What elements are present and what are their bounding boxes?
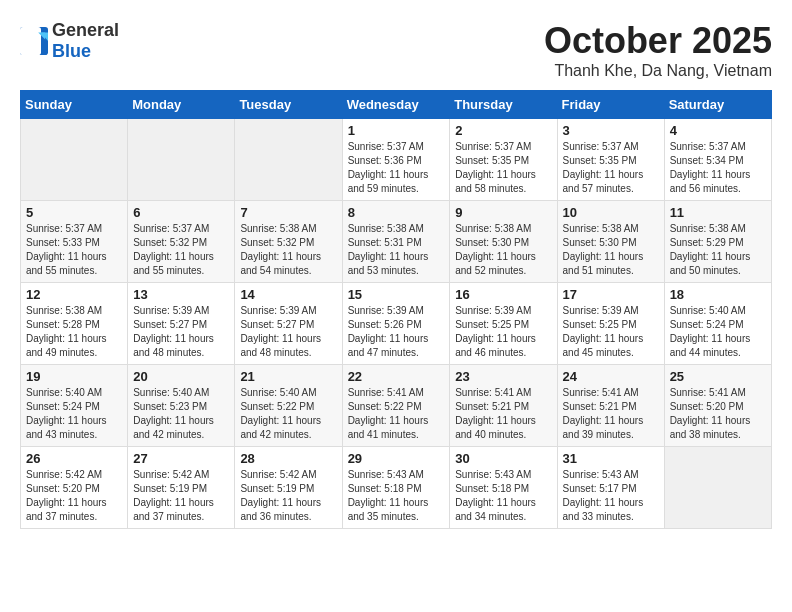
calendar-cell: 8Sunrise: 5:38 AM Sunset: 5:31 PM Daylig… bbox=[342, 201, 450, 283]
calendar-cell bbox=[235, 119, 342, 201]
calendar-cell: 10Sunrise: 5:38 AM Sunset: 5:30 PM Dayli… bbox=[557, 201, 664, 283]
logo-icon bbox=[20, 27, 48, 55]
day-of-week-header: Friday bbox=[557, 91, 664, 119]
day-number: 21 bbox=[240, 369, 336, 384]
day-of-week-header: Saturday bbox=[664, 91, 771, 119]
day-info: Sunrise: 5:38 AM Sunset: 5:31 PM Dayligh… bbox=[348, 222, 445, 278]
day-number: 3 bbox=[563, 123, 659, 138]
day-number: 11 bbox=[670, 205, 766, 220]
calendar-cell: 7Sunrise: 5:38 AM Sunset: 5:32 PM Daylig… bbox=[235, 201, 342, 283]
calendar-week-row: 12Sunrise: 5:38 AM Sunset: 5:28 PM Dayli… bbox=[21, 283, 772, 365]
day-info: Sunrise: 5:41 AM Sunset: 5:21 PM Dayligh… bbox=[563, 386, 659, 442]
day-number: 8 bbox=[348, 205, 445, 220]
day-info: Sunrise: 5:38 AM Sunset: 5:30 PM Dayligh… bbox=[563, 222, 659, 278]
page-header: General Blue October 2025 Thanh Khe, Da … bbox=[20, 20, 772, 80]
day-info: Sunrise: 5:40 AM Sunset: 5:22 PM Dayligh… bbox=[240, 386, 336, 442]
day-info: Sunrise: 5:43 AM Sunset: 5:18 PM Dayligh… bbox=[455, 468, 551, 524]
calendar-cell: 28Sunrise: 5:42 AM Sunset: 5:19 PM Dayli… bbox=[235, 447, 342, 529]
day-info: Sunrise: 5:37 AM Sunset: 5:34 PM Dayligh… bbox=[670, 140, 766, 196]
day-info: Sunrise: 5:40 AM Sunset: 5:23 PM Dayligh… bbox=[133, 386, 229, 442]
calendar-week-row: 19Sunrise: 5:40 AM Sunset: 5:24 PM Dayli… bbox=[21, 365, 772, 447]
calendar-cell: 14Sunrise: 5:39 AM Sunset: 5:27 PM Dayli… bbox=[235, 283, 342, 365]
day-number: 12 bbox=[26, 287, 122, 302]
calendar-cell: 2Sunrise: 5:37 AM Sunset: 5:35 PM Daylig… bbox=[450, 119, 557, 201]
day-number: 30 bbox=[455, 451, 551, 466]
calendar-cell: 30Sunrise: 5:43 AM Sunset: 5:18 PM Dayli… bbox=[450, 447, 557, 529]
day-number: 9 bbox=[455, 205, 551, 220]
day-number: 6 bbox=[133, 205, 229, 220]
day-info: Sunrise: 5:37 AM Sunset: 5:35 PM Dayligh… bbox=[455, 140, 551, 196]
day-of-week-header: Wednesday bbox=[342, 91, 450, 119]
day-info: Sunrise: 5:43 AM Sunset: 5:18 PM Dayligh… bbox=[348, 468, 445, 524]
svg-rect-2 bbox=[20, 27, 41, 55]
day-info: Sunrise: 5:38 AM Sunset: 5:28 PM Dayligh… bbox=[26, 304, 122, 360]
day-number: 17 bbox=[563, 287, 659, 302]
calendar-cell: 13Sunrise: 5:39 AM Sunset: 5:27 PM Dayli… bbox=[128, 283, 235, 365]
day-number: 28 bbox=[240, 451, 336, 466]
logo-general: General bbox=[52, 20, 119, 40]
day-info: Sunrise: 5:43 AM Sunset: 5:17 PM Dayligh… bbox=[563, 468, 659, 524]
day-info: Sunrise: 5:37 AM Sunset: 5:36 PM Dayligh… bbox=[348, 140, 445, 196]
day-info: Sunrise: 5:42 AM Sunset: 5:19 PM Dayligh… bbox=[133, 468, 229, 524]
calendar-cell: 6Sunrise: 5:37 AM Sunset: 5:32 PM Daylig… bbox=[128, 201, 235, 283]
calendar-cell: 18Sunrise: 5:40 AM Sunset: 5:24 PM Dayli… bbox=[664, 283, 771, 365]
day-number: 19 bbox=[26, 369, 122, 384]
day-of-week-header: Thursday bbox=[450, 91, 557, 119]
day-info: Sunrise: 5:39 AM Sunset: 5:25 PM Dayligh… bbox=[455, 304, 551, 360]
day-of-week-header: Tuesday bbox=[235, 91, 342, 119]
calendar-cell: 24Sunrise: 5:41 AM Sunset: 5:21 PM Dayli… bbox=[557, 365, 664, 447]
calendar-cell bbox=[21, 119, 128, 201]
day-number: 16 bbox=[455, 287, 551, 302]
calendar-cell: 4Sunrise: 5:37 AM Sunset: 5:34 PM Daylig… bbox=[664, 119, 771, 201]
day-info: Sunrise: 5:40 AM Sunset: 5:24 PM Dayligh… bbox=[26, 386, 122, 442]
calendar-cell: 15Sunrise: 5:39 AM Sunset: 5:26 PM Dayli… bbox=[342, 283, 450, 365]
day-number: 13 bbox=[133, 287, 229, 302]
calendar-week-row: 1Sunrise: 5:37 AM Sunset: 5:36 PM Daylig… bbox=[21, 119, 772, 201]
day-number: 5 bbox=[26, 205, 122, 220]
day-of-week-header: Monday bbox=[128, 91, 235, 119]
day-info: Sunrise: 5:40 AM Sunset: 5:24 PM Dayligh… bbox=[670, 304, 766, 360]
day-number: 4 bbox=[670, 123, 766, 138]
calendar-cell: 21Sunrise: 5:40 AM Sunset: 5:22 PM Dayli… bbox=[235, 365, 342, 447]
location-title: Thanh Khe, Da Nang, Vietnam bbox=[544, 62, 772, 80]
calendar-cell: 5Sunrise: 5:37 AM Sunset: 5:33 PM Daylig… bbox=[21, 201, 128, 283]
day-number: 27 bbox=[133, 451, 229, 466]
day-info: Sunrise: 5:38 AM Sunset: 5:29 PM Dayligh… bbox=[670, 222, 766, 278]
day-number: 24 bbox=[563, 369, 659, 384]
calendar-cell: 31Sunrise: 5:43 AM Sunset: 5:17 PM Dayli… bbox=[557, 447, 664, 529]
calendar-cell: 9Sunrise: 5:38 AM Sunset: 5:30 PM Daylig… bbox=[450, 201, 557, 283]
day-info: Sunrise: 5:37 AM Sunset: 5:32 PM Dayligh… bbox=[133, 222, 229, 278]
day-number: 18 bbox=[670, 287, 766, 302]
calendar-cell bbox=[128, 119, 235, 201]
day-info: Sunrise: 5:42 AM Sunset: 5:20 PM Dayligh… bbox=[26, 468, 122, 524]
day-of-week-header: Sunday bbox=[21, 91, 128, 119]
calendar-cell: 19Sunrise: 5:40 AM Sunset: 5:24 PM Dayli… bbox=[21, 365, 128, 447]
day-info: Sunrise: 5:41 AM Sunset: 5:22 PM Dayligh… bbox=[348, 386, 445, 442]
calendar-cell: 26Sunrise: 5:42 AM Sunset: 5:20 PM Dayli… bbox=[21, 447, 128, 529]
calendar-table: SundayMondayTuesdayWednesdayThursdayFrid… bbox=[20, 90, 772, 529]
day-info: Sunrise: 5:39 AM Sunset: 5:26 PM Dayligh… bbox=[348, 304, 445, 360]
day-info: Sunrise: 5:41 AM Sunset: 5:21 PM Dayligh… bbox=[455, 386, 551, 442]
day-info: Sunrise: 5:37 AM Sunset: 5:35 PM Dayligh… bbox=[563, 140, 659, 196]
day-info: Sunrise: 5:39 AM Sunset: 5:27 PM Dayligh… bbox=[240, 304, 336, 360]
day-number: 22 bbox=[348, 369, 445, 384]
day-number: 31 bbox=[563, 451, 659, 466]
day-info: Sunrise: 5:38 AM Sunset: 5:32 PM Dayligh… bbox=[240, 222, 336, 278]
calendar-cell: 16Sunrise: 5:39 AM Sunset: 5:25 PM Dayli… bbox=[450, 283, 557, 365]
calendar-cell: 3Sunrise: 5:37 AM Sunset: 5:35 PM Daylig… bbox=[557, 119, 664, 201]
day-info: Sunrise: 5:41 AM Sunset: 5:20 PM Dayligh… bbox=[670, 386, 766, 442]
calendar-cell: 29Sunrise: 5:43 AM Sunset: 5:18 PM Dayli… bbox=[342, 447, 450, 529]
logo-text: General Blue bbox=[52, 20, 119, 62]
day-info: Sunrise: 5:37 AM Sunset: 5:33 PM Dayligh… bbox=[26, 222, 122, 278]
day-number: 10 bbox=[563, 205, 659, 220]
title-block: October 2025 Thanh Khe, Da Nang, Vietnam bbox=[544, 20, 772, 80]
calendar-week-row: 5Sunrise: 5:37 AM Sunset: 5:33 PM Daylig… bbox=[21, 201, 772, 283]
calendar-cell: 23Sunrise: 5:41 AM Sunset: 5:21 PM Dayli… bbox=[450, 365, 557, 447]
calendar-cell bbox=[664, 447, 771, 529]
calendar-cell: 20Sunrise: 5:40 AM Sunset: 5:23 PM Dayli… bbox=[128, 365, 235, 447]
logo-blue: Blue bbox=[52, 41, 91, 61]
day-number: 29 bbox=[348, 451, 445, 466]
day-info: Sunrise: 5:38 AM Sunset: 5:30 PM Dayligh… bbox=[455, 222, 551, 278]
day-info: Sunrise: 5:39 AM Sunset: 5:25 PM Dayligh… bbox=[563, 304, 659, 360]
logo: General Blue bbox=[20, 20, 119, 62]
